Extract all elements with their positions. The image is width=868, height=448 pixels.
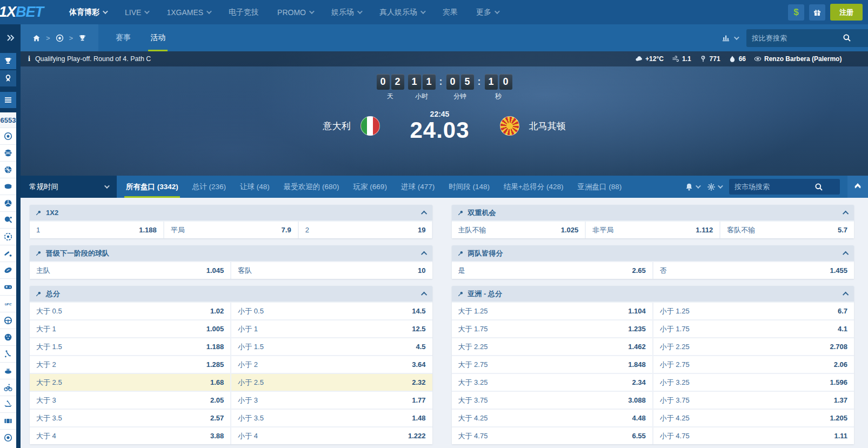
top-nav-item-2[interactable]: LIVE xyxy=(125,8,148,17)
pin-icon[interactable] xyxy=(35,210,42,216)
odd-cell[interactable]: 小于 0.514.5 xyxy=(231,303,432,319)
odd-cell[interactable]: 主队1.045 xyxy=(30,262,230,279)
event-tab-1[interactable]: 赛事 xyxy=(106,24,141,51)
market-filter-tab-2[interactable]: 总计 (236) xyxy=(185,176,233,198)
odd-cell[interactable]: 小于 4.251.205 xyxy=(653,410,854,426)
sidebar-sport-table-tennis[interactable] xyxy=(0,211,16,228)
odd-cell[interactable]: 小于 2.752.06 xyxy=(653,356,854,373)
sidebar-sport-handball[interactable] xyxy=(0,329,16,345)
odd-cell[interactable]: 大于 43.88 xyxy=(30,427,230,444)
odd-cell[interactable]: 小于 41.222 xyxy=(231,427,432,444)
odd-cell[interactable]: 客队10 xyxy=(231,262,432,279)
odd-cell[interactable]: 小于 2.52.32 xyxy=(231,374,432,391)
market-header[interactable]: 晋级下一阶段的球队 xyxy=(30,245,432,261)
odd-cell[interactable]: 大于 3.252.34 xyxy=(452,374,652,391)
odd-cell[interactable]: 小于 1.754.1 xyxy=(653,320,854,337)
odd-cell[interactable]: 大于 1.251.104 xyxy=(452,303,652,319)
sidebar-menu-button[interactable] xyxy=(0,92,16,108)
market-filter-tab-8[interactable]: 结果+总得分 (428) xyxy=(497,176,571,198)
market-filter-tab-3[interactable]: 让球 (48) xyxy=(233,176,277,198)
sidebar-sport-soccer[interactable] xyxy=(0,128,16,144)
search-icon[interactable] xyxy=(843,34,851,42)
sidebar-sport-cycling[interactable] xyxy=(0,379,16,396)
top-nav-item-7[interactable]: 真人娱乐场 xyxy=(379,8,424,17)
odd-cell[interactable]: 大于 3.753.088 xyxy=(452,392,652,409)
top-nav-item-4[interactable]: 电子竞技 xyxy=(229,8,259,17)
odd-cell[interactable]: 平局7.9 xyxy=(164,222,298,238)
sidebar-expand-button[interactable] xyxy=(0,24,21,51)
settings-control[interactable] xyxy=(707,183,722,191)
sidebar-sport-curling[interactable] xyxy=(0,362,16,379)
game-search-input[interactable] xyxy=(752,34,838,42)
sidebar-sport-rowing[interactable] xyxy=(0,396,16,412)
pin-icon[interactable] xyxy=(457,210,464,216)
tournament-breadcrumb-icon[interactable] xyxy=(78,34,86,42)
odd-cell[interactable]: 非平局1.112 xyxy=(586,222,719,238)
market-filter-tab-5[interactable]: 玩家 (669) xyxy=(346,176,394,198)
odd-cell[interactable]: 小于 1.256.7 xyxy=(653,303,854,319)
top-nav-item-5[interactable]: PROMO xyxy=(277,8,313,17)
pin-icon[interactable] xyxy=(457,250,464,257)
market-filter-tab-6[interactable]: 进球 (477) xyxy=(394,176,442,198)
logo[interactable]: 1XBET xyxy=(0,4,43,21)
sidebar-sport-cricket[interactable] xyxy=(0,245,16,262)
register-button[interactable]: 注册 xyxy=(830,4,863,21)
payments-button[interactable]: $ xyxy=(788,4,804,21)
odd-cell[interactable]: 否1.455 xyxy=(653,262,854,279)
home-icon[interactable] xyxy=(32,34,41,42)
sidebar-sport-tennis[interactable] xyxy=(0,144,16,161)
market-header[interactable]: 亚洲 - 总分 xyxy=(452,286,854,302)
odd-cell[interactable]: 大于 4.254.48 xyxy=(452,410,652,426)
odd-cell[interactable]: 小于 3.251.596 xyxy=(653,374,854,391)
sidebar-favorites-button[interactable] xyxy=(0,70,16,86)
market-filter-tab-9[interactable]: 亚洲盘口 (88) xyxy=(571,176,629,198)
top-nav-item-3[interactable]: 1XGAMES xyxy=(166,8,210,17)
odd-cell[interactable]: 小于 4.751.11 xyxy=(653,427,854,444)
top-nav-item-8[interactable]: 宾果 xyxy=(443,8,458,17)
odd-cell[interactable]: 客队不输5.7 xyxy=(720,222,854,238)
market-header[interactable]: 两队皆得分 xyxy=(452,245,854,261)
sidebar-sport-ball[interactable] xyxy=(0,429,16,446)
odd-cell[interactable]: 小于 3.51.48 xyxy=(231,410,432,426)
odd-cell[interactable]: 大于 1.51.188 xyxy=(30,338,230,355)
odd-cell[interactable]: 大于 32.05 xyxy=(30,392,230,409)
pin-icon[interactable] xyxy=(35,250,42,257)
sidebar-sport-ice-hockey[interactable] xyxy=(0,178,16,195)
odd-cell[interactable]: 219 xyxy=(299,222,432,238)
market-header[interactable]: 总分 xyxy=(30,286,432,302)
odd-cell[interactable]: 主队不输1.025 xyxy=(452,222,585,238)
odd-cell[interactable]: 大于 2.251.462 xyxy=(452,338,652,355)
pin-icon[interactable] xyxy=(457,291,464,297)
top-nav-item-1[interactable]: 体育博彩 xyxy=(69,8,106,17)
market-filter-tab-4[interactable]: 最受欢迎的 (680) xyxy=(277,176,346,198)
market-filter-tab-7[interactable]: 时间段 (148) xyxy=(442,176,497,198)
odd-cell[interactable]: 小于 3.751.37 xyxy=(653,392,854,409)
odd-cell[interactable]: 小于 31.77 xyxy=(231,392,432,409)
odd-cell[interactable]: 小于 112.5 xyxy=(231,320,432,337)
odd-cell[interactable]: 大于 2.51.68 xyxy=(30,374,230,391)
sidebar-sport-esports[interactable] xyxy=(0,278,16,295)
market-filter-tab-1[interactable]: 所有盘口 (3342) xyxy=(119,176,185,198)
odd-cell[interactable]: 大于 11.005 xyxy=(30,320,230,337)
bonus-button[interactable] xyxy=(809,4,825,21)
pin-icon[interactable] xyxy=(35,291,42,297)
search-icon[interactable] xyxy=(814,183,823,191)
odd-cell[interactable]: 是2.65 xyxy=(452,262,652,279)
sidebar-sport-american-football[interactable] xyxy=(0,262,16,278)
odd-cell[interactable]: 大于 21.285 xyxy=(30,356,230,373)
top-nav-item-6[interactable]: 娱乐场 xyxy=(331,8,361,17)
sidebar-sport-futsal[interactable] xyxy=(0,228,16,245)
sidebar-sport-ufc[interactable]: UFC xyxy=(0,295,16,312)
sidebar-top-events-button[interactable] xyxy=(0,53,16,69)
odd-cell[interactable]: 大于 1.751.235 xyxy=(452,320,652,337)
sidebar-sport-field-hockey[interactable] xyxy=(0,345,16,362)
market-header[interactable]: 1X2 xyxy=(30,205,432,220)
notifications-control[interactable] xyxy=(685,183,699,191)
soccer-breadcrumb-icon[interactable] xyxy=(56,34,64,42)
odd-cell[interactable]: 11.188 xyxy=(30,222,163,238)
odd-cell[interactable]: 小于 1.54.5 xyxy=(231,338,432,355)
sidebar-sport-basketball[interactable] xyxy=(0,161,16,178)
collapse-all-button[interactable] xyxy=(847,176,868,198)
sidebar-sport-auto-racing[interactable] xyxy=(0,312,16,329)
odd-cell[interactable]: 小于 2.252.708 xyxy=(653,338,854,355)
